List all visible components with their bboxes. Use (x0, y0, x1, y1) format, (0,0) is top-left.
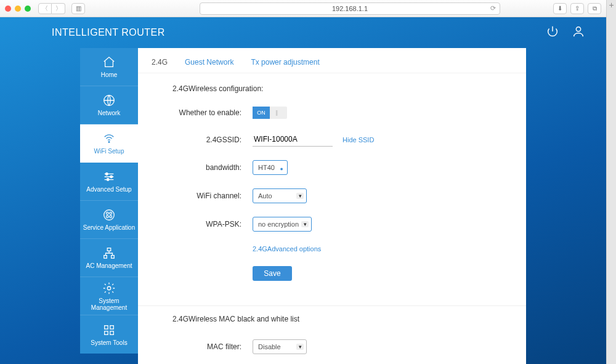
advanced-options-link[interactable]: 2.4GAdvanced options (253, 245, 321, 253)
sidebar-item-label: Advanced Setup (86, 186, 131, 193)
user-icon[interactable] (572, 25, 585, 41)
label-enable: Whether to enable: (172, 108, 253, 117)
address-bar[interactable]: 192.168.1.1 ⟳ (200, 2, 500, 15)
tabs-button[interactable]: ⧉ (588, 3, 601, 14)
home-icon (102, 55, 116, 69)
ssid-input[interactable] (253, 132, 333, 147)
back-button[interactable]: 〈 (38, 3, 52, 14)
save-button[interactable]: Save (253, 266, 292, 281)
wpa-select[interactable]: no encryption (253, 217, 312, 232)
minimize-window[interactable] (15, 6, 21, 12)
sidebar-item-label: System Management (80, 297, 138, 311)
svg-rect-15 (105, 325, 108, 329)
channel-select[interactable]: Auto (253, 188, 307, 203)
svg-rect-16 (110, 325, 114, 329)
sidebar-item-network[interactable]: Network (80, 86, 138, 124)
power-icon[interactable] (546, 25, 559, 41)
brand-title: INTELLIGENT ROUTER (52, 27, 165, 38)
address-text: 192.168.1.1 (332, 5, 368, 12)
sidebar-item-label: AC Management (86, 262, 132, 269)
mac-filter-select[interactable]: Disable (253, 339, 307, 354)
forward-button[interactable]: 〉 (52, 3, 65, 14)
tab-txpower[interactable]: Tx power adjustment (251, 58, 319, 67)
section-title-wifi: 2.4GWireless configuration: (172, 84, 492, 93)
svg-point-9 (106, 216, 108, 218)
sliders-icon (102, 170, 116, 184)
svg-point-3 (106, 173, 108, 176)
hide-ssid-link[interactable]: Hide SSID (342, 136, 374, 144)
svg-rect-12 (104, 256, 107, 259)
svg-rect-13 (111, 256, 115, 259)
sidebar-item-system-mgmt[interactable]: System Management (80, 277, 138, 315)
browser-toolbar: 〈 〉 ▥ 192.168.1.1 ⟳ ⬇ ⇪ ⧉ (0, 0, 606, 17)
toggle-on-label: ON (253, 107, 270, 119)
close-window[interactable] (5, 6, 11, 12)
label-channel: WiFi channel: (172, 192, 253, 200)
bandwidth-select[interactable]: HT40 (253, 160, 288, 175)
svg-rect-17 (105, 331, 108, 334)
sidebar-item-advanced[interactable]: Advanced Setup (80, 163, 138, 201)
svg-rect-18 (110, 331, 114, 334)
sidebar-item-service[interactable]: Service Application (80, 201, 138, 239)
toggle-off-handle: ∥ (270, 107, 283, 119)
tab-guest[interactable]: Guest Network (185, 58, 233, 67)
sidebar-item-system-tools[interactable]: System Tools (80, 315, 138, 354)
window-controls[interactable] (5, 6, 31, 12)
sidebar-item-label: Network (98, 110, 121, 116)
hierarchy-icon (102, 246, 116, 260)
sidebar-item-label: WiFi Setup (94, 148, 124, 155)
zoom-window[interactable] (25, 6, 31, 12)
label-wpa: WPA-PSK: (172, 220, 253, 229)
nav-buttons: 〈 〉 (38, 3, 65, 14)
sidebar-item-home[interactable]: Home (80, 48, 138, 86)
svg-point-2 (108, 142, 110, 143)
sidebar-item-ac[interactable]: AC Management (80, 239, 138, 277)
sidebar-item-label: System Tools (91, 339, 127, 346)
downloads-button[interactable]: ⬇ (553, 3, 567, 14)
svg-point-14 (107, 286, 111, 290)
svg-point-6 (104, 210, 115, 220)
svg-point-0 (576, 27, 580, 31)
svg-rect-11 (107, 248, 111, 251)
sidebar-item-label: Service Application (83, 224, 136, 231)
content-pane: 2.4G Guest Network Tx power adjustment 2… (138, 48, 526, 364)
section-title-mac: 2.4GWireless MAC black and white list (172, 315, 492, 323)
svg-point-4 (110, 176, 113, 178)
globe-icon (102, 94, 116, 107)
new-tab-strip[interactable]: + (606, 0, 616, 364)
svg-point-7 (106, 212, 108, 214)
sidebar-item-wifi[interactable]: WiFi Setup (80, 124, 138, 163)
apps-icon (102, 208, 116, 222)
svg-point-8 (110, 212, 112, 214)
label-ssid: 2.4GSSID: (172, 135, 253, 144)
enable-toggle[interactable]: ON ∥ (253, 107, 287, 119)
tools-icon (102, 323, 116, 337)
label-bandwidth: bandwidth: (172, 163, 253, 172)
sidebar-toggle[interactable]: ▥ (71, 3, 85, 14)
sidebar: Home Network WiFi Setup Advanced Setup (80, 48, 138, 364)
svg-point-5 (107, 179, 109, 181)
sidebar-item-label: Home (101, 71, 118, 78)
label-mac-filter: MAC filter: (172, 342, 253, 351)
tab-24g[interactable]: 2.4G (152, 58, 168, 67)
svg-point-10 (110, 216, 112, 218)
tab-bar: 2.4G Guest Network Tx power adjustment (138, 48, 526, 73)
reload-icon[interactable]: ⟳ (490, 4, 496, 12)
share-button[interactable]: ⇪ (570, 3, 584, 14)
gear-icon (102, 281, 116, 295)
wifi-icon (102, 132, 116, 145)
